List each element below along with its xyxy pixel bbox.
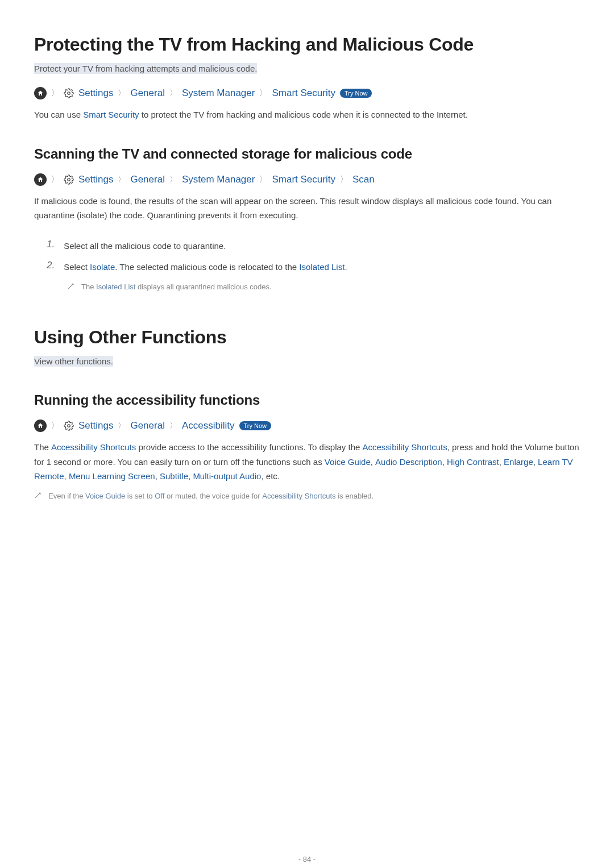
- crumb-smart-security[interactable]: Smart Security: [272, 88, 335, 99]
- breadcrumb-1: 〉 Settings 〉 General 〉 System Manager 〉 …: [34, 87, 580, 99]
- subtitle-link[interactable]: Subtitle: [160, 471, 188, 481]
- crumb-accessibility[interactable]: Accessibility: [182, 420, 235, 431]
- settings-icon[interactable]: [64, 175, 74, 185]
- crumb-system-manager[interactable]: System Manager: [182, 88, 255, 99]
- accessibility-shortcuts-note-link[interactable]: Accessibility Shortcuts: [262, 492, 335, 500]
- step-text-2: Select Isolate. The selected malicious c…: [64, 260, 347, 275]
- svg-point-2: [68, 425, 70, 427]
- home-icon[interactable]: [34, 173, 47, 186]
- multi-output-audio-link[interactable]: Multi-output Audio: [193, 471, 261, 481]
- crumb-smart-security[interactable]: Smart Security: [272, 174, 335, 185]
- accessibility-shortcuts-link[interactable]: Accessibility Shortcuts: [51, 442, 136, 452]
- svg-point-1: [68, 178, 70, 181]
- voice-guide-note-link[interactable]: Voice Guide: [85, 492, 125, 500]
- page-number: - 84 -: [34, 855, 580, 863]
- chevron-icon: 〉: [51, 175, 59, 185]
- home-icon[interactable]: [34, 87, 47, 99]
- note-icon: [34, 492, 42, 501]
- note-1: The Isolated List displays all quarantin…: [34, 281, 580, 293]
- isolated-list-link[interactable]: Isolated List: [299, 262, 345, 272]
- breadcrumb-3: 〉 Settings 〉 General 〉 Accessibility Try…: [34, 420, 580, 432]
- note-icon: [67, 283, 74, 292]
- settings-icon[interactable]: [64, 88, 74, 98]
- high-contrast-link[interactable]: High Contrast: [447, 457, 499, 467]
- crumb-settings[interactable]: Settings: [78, 420, 113, 431]
- note-text-1: The Isolated List displays all quarantin…: [81, 281, 272, 293]
- page-title-1: Protecting the TV from Hacking and Malic…: [34, 34, 580, 55]
- chevron-icon: 〉: [169, 175, 177, 185]
- breadcrumb-2: 〉 Settings 〉 General 〉 System Manager 〉 …: [34, 173, 580, 186]
- body-paragraph-2: If malicious code is found, the results …: [34, 194, 580, 223]
- section-heading-1: Scanning the TV and connected storage fo…: [34, 146, 580, 162]
- try-now-button[interactable]: Try Now: [239, 421, 272, 430]
- body-paragraph-3: The Accessibility Shortcuts provide acce…: [34, 440, 580, 484]
- chevron-icon: 〉: [169, 88, 177, 98]
- smart-security-link[interactable]: Smart Security: [83, 110, 139, 119]
- settings-icon[interactable]: [64, 421, 74, 431]
- crumb-settings[interactable]: Settings: [78, 174, 113, 185]
- chevron-icon: 〉: [118, 88, 126, 98]
- home-icon[interactable]: [34, 420, 47, 432]
- chevron-icon: 〉: [118, 175, 126, 185]
- chevron-icon: 〉: [259, 175, 267, 185]
- subtitle-1: Protect your TV from hacking attempts an…: [34, 63, 257, 74]
- chevron-icon: 〉: [259, 88, 267, 98]
- step-text-1: Select all the malicious code to quarant…: [64, 239, 226, 254]
- chevron-icon: 〉: [169, 421, 177, 431]
- section-heading-2: Running the accessibility functions: [34, 392, 580, 408]
- crumb-scan[interactable]: Scan: [352, 174, 375, 185]
- step-number-1: 1.: [47, 239, 55, 250]
- menu-learning-screen-link[interactable]: Menu Learning Screen: [69, 471, 155, 481]
- chevron-icon: 〉: [118, 421, 126, 431]
- svg-point-0: [68, 92, 70, 95]
- isolate-link[interactable]: Isolate: [90, 262, 115, 272]
- off-note-link[interactable]: Off: [155, 492, 164, 500]
- accessibility-shortcuts-link-2[interactable]: Accessibility Shortcuts: [363, 442, 447, 452]
- note-2: Even if the Voice Guide is set to Off or…: [34, 491, 580, 502]
- step-number-2: 2.: [47, 260, 55, 271]
- audio-description-link[interactable]: Audio Description: [375, 457, 442, 467]
- crumb-settings[interactable]: Settings: [78, 88, 113, 99]
- page-title-2: Using Other Functions: [34, 327, 580, 348]
- try-now-button[interactable]: Try Now: [340, 89, 372, 98]
- isolated-list-note-link[interactable]: Isolated List: [96, 283, 135, 291]
- crumb-general[interactable]: General: [130, 88, 164, 99]
- step-2: 2. Select Isolate. The selected maliciou…: [34, 260, 580, 275]
- body-paragraph-1: You can use Smart Security to protect th…: [34, 107, 580, 122]
- chevron-icon: 〉: [340, 175, 348, 185]
- note-text-2: Even if the Voice Guide is set to Off or…: [48, 491, 374, 502]
- enlarge-link[interactable]: Enlarge: [504, 457, 533, 467]
- voice-guide-link[interactable]: Voice Guide: [325, 457, 371, 467]
- crumb-general[interactable]: General: [130, 420, 164, 431]
- chevron-icon: 〉: [51, 421, 59, 431]
- chevron-icon: 〉: [51, 88, 59, 98]
- crumb-general[interactable]: General: [130, 174, 164, 185]
- subtitle-2: View other functions.: [34, 356, 113, 367]
- step-1: 1. Select all the malicious code to quar…: [34, 239, 580, 254]
- crumb-system-manager[interactable]: System Manager: [182, 174, 255, 185]
